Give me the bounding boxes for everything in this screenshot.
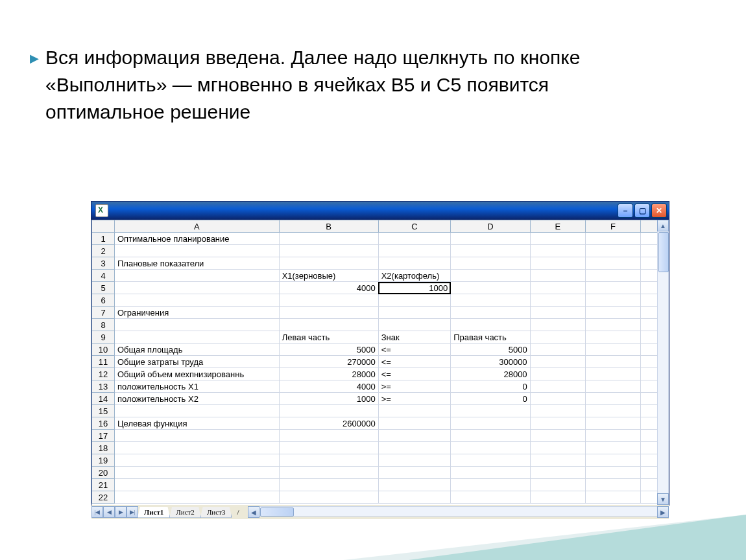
sheet-tab-1[interactable]: Лист1: [138, 507, 170, 518]
row-header[interactable]: 18: [92, 442, 115, 454]
cell[interactable]: [530, 405, 585, 417]
cell[interactable]: 1000: [279, 393, 378, 405]
cell[interactable]: [641, 430, 657, 442]
cell[interactable]: [114, 319, 279, 331]
cell[interactable]: 4000: [279, 282, 378, 294]
cell[interactable]: [585, 430, 640, 442]
cell[interactable]: 2600000: [279, 417, 378, 430]
cell[interactable]: [378, 454, 451, 467]
cell[interactable]: [641, 331, 657, 344]
cell[interactable]: [279, 319, 378, 331]
cell[interactable]: [641, 467, 657, 479]
scroll-left-button[interactable]: ◀: [248, 506, 259, 518]
cell[interactable]: [530, 368, 585, 380]
cell[interactable]: [378, 319, 451, 331]
hscroll-thumb[interactable]: [260, 508, 294, 517]
cell[interactable]: [530, 356, 585, 368]
cell[interactable]: 0: [451, 393, 530, 405]
cell[interactable]: [530, 491, 585, 504]
grid-viewport[interactable]: A B C D E F 1Оптимальное планирование23П…: [91, 220, 657, 505]
cell[interactable]: [451, 454, 530, 467]
cell[interactable]: Ограничения: [114, 307, 279, 319]
cell[interactable]: [279, 405, 378, 417]
cell[interactable]: [378, 233, 451, 245]
col-header-C[interactable]: C: [378, 220, 451, 233]
row-header[interactable]: 16: [92, 417, 115, 430]
cell[interactable]: [530, 380, 585, 393]
cell[interactable]: [279, 491, 378, 504]
cell[interactable]: [585, 245, 640, 257]
row-header[interactable]: 21: [92, 479, 115, 491]
scroll-right-button[interactable]: ▶: [657, 506, 669, 518]
cell[interactable]: X2(картофель): [378, 270, 451, 282]
cell[interactable]: [114, 442, 279, 454]
cell[interactable]: [585, 307, 640, 319]
cell[interactable]: Плановые показатели: [114, 257, 279, 270]
cell[interactable]: [530, 233, 585, 245]
cell[interactable]: [279, 245, 378, 257]
close-button[interactable]: ✕: [651, 204, 667, 218]
cell[interactable]: [378, 405, 451, 417]
col-header-F[interactable]: F: [585, 220, 640, 233]
cell[interactable]: [641, 245, 657, 257]
row-header[interactable]: 20: [92, 467, 115, 479]
cell[interactable]: Общая площадь: [114, 344, 279, 356]
row-header[interactable]: 15: [92, 405, 115, 417]
cell[interactable]: [585, 270, 640, 282]
cell[interactable]: [585, 442, 640, 454]
row-header[interactable]: 7: [92, 307, 115, 319]
cell[interactable]: [378, 245, 451, 257]
cell[interactable]: [530, 257, 585, 270]
cell[interactable]: [641, 307, 657, 319]
cell[interactable]: [114, 479, 279, 491]
row-header[interactable]: 11: [92, 356, 115, 368]
cell[interactable]: [279, 479, 378, 491]
cell[interactable]: [279, 467, 378, 479]
cell[interactable]: Общий объем мехпнизированнь: [114, 368, 279, 380]
cell[interactable]: [641, 417, 657, 430]
cell[interactable]: [530, 467, 585, 479]
cell[interactable]: 5000: [279, 344, 378, 356]
cell[interactable]: [279, 430, 378, 442]
cell[interactable]: [114, 270, 279, 282]
cell[interactable]: [451, 319, 530, 331]
cell[interactable]: [530, 442, 585, 454]
select-all-cell[interactable]: [92, 220, 115, 233]
scroll-up-button[interactable]: ▲: [657, 220, 669, 231]
row-header[interactable]: 22: [92, 491, 115, 504]
cell[interactable]: 300000: [451, 356, 530, 368]
cell[interactable]: [451, 270, 530, 282]
cell[interactable]: [114, 245, 279, 257]
cell[interactable]: [451, 282, 530, 294]
col-header-blank[interactable]: [641, 220, 657, 233]
cell[interactable]: [641, 233, 657, 245]
cell[interactable]: 270000: [279, 356, 378, 368]
vscroll-thumb[interactable]: [658, 232, 669, 272]
cell[interactable]: [114, 294, 279, 307]
window-titlebar[interactable]: – ▢ ✕: [91, 202, 669, 220]
cell[interactable]: Оптимальное планирование: [114, 233, 279, 245]
cell[interactable]: <=: [378, 356, 451, 368]
col-header-D[interactable]: D: [451, 220, 530, 233]
cell[interactable]: [451, 430, 530, 442]
cell[interactable]: >=: [378, 393, 451, 405]
cell[interactable]: [378, 430, 451, 442]
cell[interactable]: [279, 442, 378, 454]
cell[interactable]: [279, 294, 378, 307]
sheet-tab-2[interactable]: Лист2: [169, 507, 201, 518]
cell[interactable]: [378, 257, 451, 270]
cell[interactable]: [585, 356, 640, 368]
row-header[interactable]: 10: [92, 344, 115, 356]
cell[interactable]: [451, 442, 530, 454]
cell[interactable]: [641, 479, 657, 491]
tab-nav-last[interactable]: ▶|: [126, 506, 138, 518]
cell[interactable]: [585, 368, 640, 380]
cell[interactable]: [530, 454, 585, 467]
cell[interactable]: [530, 344, 585, 356]
cell[interactable]: [641, 294, 657, 307]
cell[interactable]: [585, 454, 640, 467]
vscroll-track[interactable]: [657, 231, 669, 493]
cell[interactable]: [451, 491, 530, 504]
cell[interactable]: [451, 307, 530, 319]
cell[interactable]: [641, 344, 657, 356]
